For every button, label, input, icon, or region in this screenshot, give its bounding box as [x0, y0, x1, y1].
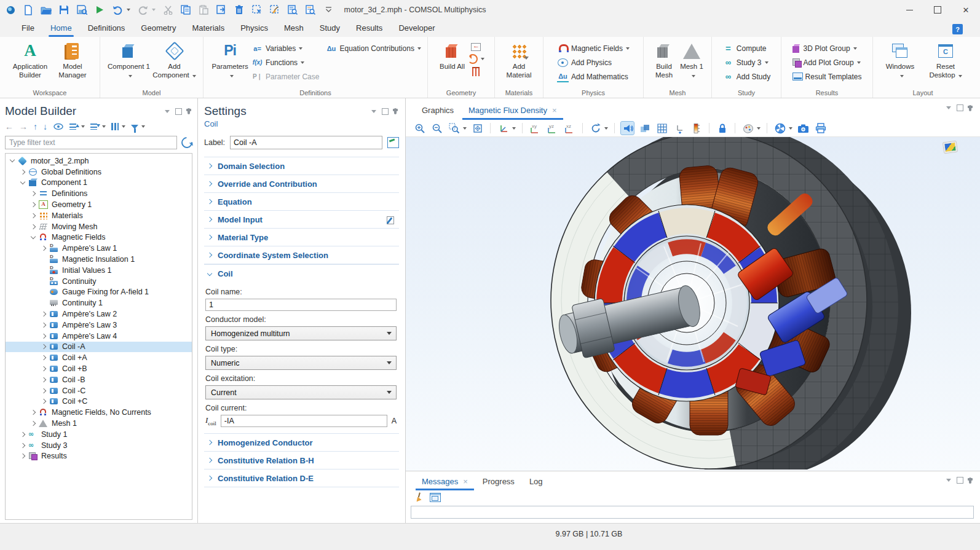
- print-button[interactable]: [814, 122, 827, 135]
- messages-new-window-button[interactable]: [430, 493, 441, 502]
- expand-icon[interactable]: [41, 388, 46, 393]
- transparency-button[interactable]: [638, 122, 651, 135]
- tree-node-component-1[interactable]: Component 1: [6, 178, 192, 189]
- undo-button[interactable]: [112, 4, 123, 15]
- panel-pin-icon[interactable]: [394, 108, 397, 114]
- rename-label-button[interactable]: [387, 137, 399, 148]
- menu-tab-geometry[interactable]: Geometry: [133, 20, 184, 37]
- tree-filter-input[interactable]: [5, 136, 177, 149]
- menu-tab-results[interactable]: Results: [348, 20, 390, 37]
- tree-node-magnetic-insulation-1[interactable]: Magnetic Insulation 1: [6, 254, 192, 265]
- grid-button[interactable]: [655, 122, 668, 135]
- chevron-down-icon[interactable]: [81, 125, 85, 128]
- axis-orientation-button[interactable]: [673, 122, 686, 135]
- rotate-view-button[interactable]: [589, 122, 602, 135]
- section-override-and-contribution[interactable]: Override and Contribution: [204, 175, 399, 192]
- chevron-down-icon[interactable]: [122, 125, 125, 128]
- clear-selection-button[interactable]: [269, 4, 280, 15]
- view-xy-button[interactable]: xy: [529, 122, 542, 135]
- tree-node-coil-c[interactable]: Coil +C: [6, 396, 192, 407]
- add-study-button[interactable]: Add Study: [722, 69, 770, 84]
- tree-node-amp-re-s-law-4[interactable]: Ampère's Law 4: [6, 331, 192, 342]
- section-constitutive-relation-d-e[interactable]: Constitutive Relation D-E: [204, 469, 399, 487]
- expand-icon[interactable]: [41, 366, 46, 371]
- expand-all-button[interactable]: [69, 123, 78, 130]
- build-all-button[interactable]: Build All: [438, 40, 467, 71]
- tree-node-coil-b[interactable]: Coil -B: [6, 374, 192, 385]
- tree-node-coil-c[interactable]: Coil -C: [6, 385, 192, 396]
- tree-node-study-1[interactable]: Study 1: [6, 429, 192, 440]
- zoom-box-button[interactable]: [448, 122, 460, 135]
- chevron-down-icon[interactable]: [141, 125, 145, 128]
- select-box-button[interactable]: [251, 4, 263, 15]
- expand-icon[interactable]: [31, 191, 36, 196]
- filter-button[interactable]: [131, 125, 138, 129]
- menu-tab-file[interactable]: File: [14, 20, 42, 37]
- chevron-down-icon[interactable]: [463, 127, 467, 130]
- panel-pin-icon[interactable]: [188, 108, 190, 114]
- panel-pin-icon[interactable]: [969, 105, 971, 111]
- menu-tab-definitions[interactable]: Definitions: [80, 20, 133, 37]
- panel-maximize-icon[interactable]: [957, 477, 963, 484]
- panel-maximize-icon[interactable]: [957, 104, 963, 111]
- save-as-button[interactable]: [76, 4, 87, 15]
- back-button[interactable]: ←: [5, 122, 14, 131]
- chevron-down-icon[interactable]: [102, 125, 106, 128]
- close-tab-icon[interactable]: ×: [552, 106, 557, 115]
- section-coil[interactable]: Coil: [204, 264, 399, 282]
- color-legend-button[interactable]: [690, 122, 703, 135]
- expand-icon[interactable]: [41, 312, 46, 316]
- mesh-1-button[interactable]: Mesh 1: [679, 40, 705, 79]
- add-plot-group-button[interactable]: Add Plot Group: [792, 55, 862, 69]
- reset-desktop-button[interactable]: C Reset Desktop: [923, 40, 968, 79]
- expand-icon[interactable]: [41, 246, 46, 251]
- menu-tab-mesh[interactable]: Mesh: [276, 20, 312, 37]
- messages-tab-log[interactable]: Log: [522, 474, 550, 490]
- graphics-tab-magnetic-flux-density[interactable]: Magnetic Flux Density×: [461, 102, 564, 120]
- expand-icon[interactable]: [31, 213, 36, 218]
- expand-icon[interactable]: [31, 224, 36, 229]
- tree-node-definitions[interactable]: Definitions: [6, 188, 192, 199]
- run-button[interactable]: [94, 4, 105, 15]
- environment-button[interactable]: [773, 122, 786, 135]
- 3d-plot-group-button[interactable]: 3D Plot Group: [792, 41, 862, 55]
- move-up-button[interactable]: ↑: [33, 122, 38, 131]
- save-button[interactable]: [58, 4, 69, 15]
- virtual-operations-button[interactable]: [472, 66, 480, 76]
- expand-icon[interactable]: [41, 399, 46, 404]
- expand-icon[interactable]: [41, 323, 46, 328]
- panel-menu-icon[interactable]: [165, 110, 170, 113]
- default-view-button[interactable]: [497, 122, 510, 135]
- undo-dropdown-icon[interactable]: [127, 9, 130, 11]
- messages-output-field[interactable]: [411, 506, 974, 519]
- zoom-in-button[interactable]: [413, 122, 426, 135]
- graphics-canvas[interactable]: [406, 136, 980, 471]
- redo-dropdown-icon[interactable]: [152, 9, 156, 11]
- move-down-button[interactable]: ↓: [43, 122, 47, 131]
- coil-excitation-select[interactable]: Current: [205, 385, 397, 399]
- import-geometry-button[interactable]: [471, 42, 481, 52]
- section-material-type[interactable]: Material Type: [204, 228, 399, 246]
- tree-node-moving-mesh[interactable]: Moving Mesh: [6, 221, 192, 232]
- tree-node-continuity[interactable]: Continuity: [6, 276, 192, 287]
- rebuild-geometry-button[interactable]: [468, 54, 484, 64]
- study-3-button[interactable]: Study 3: [722, 55, 770, 69]
- menu-tab-physics[interactable]: Physics: [232, 20, 276, 37]
- find-button[interactable]: [287, 4, 298, 15]
- tree-node-amp-re-s-law-2[interactable]: Ampère's Law 2: [6, 308, 192, 320]
- view-xz-button[interactable]: xz: [563, 122, 576, 135]
- conductor-model-select[interactable]: Homogenized multiturn: [205, 326, 397, 340]
- tree-node-initial-values-1[interactable]: Initial Values 1: [6, 265, 192, 276]
- add-mathematics-button[interactable]: Add Mathematics: [557, 69, 630, 84]
- image-snapshot-button[interactable]: [797, 122, 810, 135]
- result-templates-button[interactable]: Result Templates: [792, 69, 862, 84]
- duplicate-button[interactable]: [216, 4, 227, 15]
- expand-icon[interactable]: [31, 202, 36, 207]
- parameters-button[interactable]: Pi Parameters: [210, 40, 250, 79]
- expand-icon[interactable]: [20, 454, 25, 458]
- tree-node-magnetic-fields-no-currents[interactable]: Magnetic Fields, No Currents: [6, 407, 192, 418]
- toolbar-overflow-button[interactable]: [323, 4, 334, 15]
- redo-button[interactable]: [137, 4, 148, 15]
- find-variables-button[interactable]: [305, 4, 316, 15]
- coil-name-input[interactable]: [205, 299, 397, 311]
